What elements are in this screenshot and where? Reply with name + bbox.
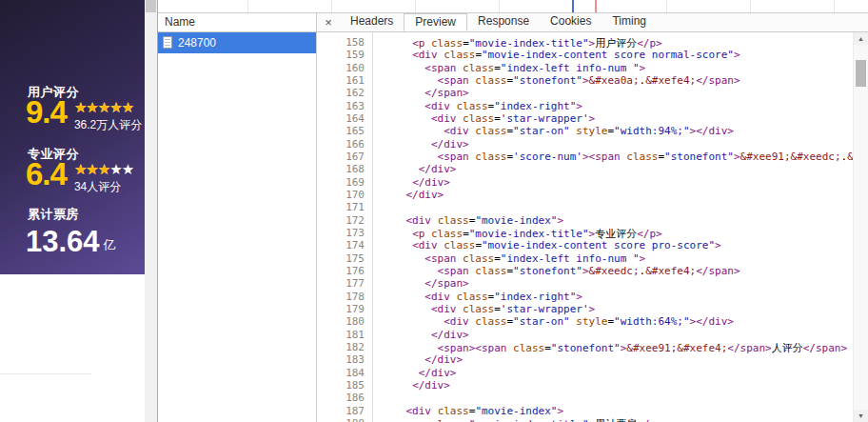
code-text: <p class="movie-index-title">专业评分</p> (373, 227, 662, 239)
code-text: <span class='score-num'><span class="sto… (373, 151, 854, 163)
code-text (373, 392, 381, 404)
code-line: 167 <span class='score-num'><span class=… (317, 151, 854, 163)
line-number: 165 (317, 125, 373, 137)
network-request-row[interactable]: 248700 (158, 32, 316, 53)
pro-rating-block: 6.4 ★★★★★ ★★★★★ 34人评分 (26, 158, 133, 195)
stars-filled: ★★★★★ (74, 162, 112, 176)
scroll-up-icon[interactable]: ▲ (854, 32, 868, 45)
code-lines: 158 <p class="movie-index-title">用户评分</p… (317, 36, 854, 422)
movie-rating-banner: 用户评分 9.4 ★★★★★ ★★★★★ 36.2万人评分 专业评分 6.4 ★… (0, 0, 145, 274)
code-line: 186 (317, 392, 854, 404)
code-text (373, 201, 381, 213)
code-scrollbar[interactable]: ▲ ▼ (853, 32, 868, 422)
code-line: 188 <p class="movie-index-title">累计票房</p… (317, 417, 854, 422)
code-text: </div> (373, 163, 457, 175)
code-text: </div> (373, 329, 469, 341)
code-line: 170 </div> (317, 189, 854, 201)
document-icon (163, 36, 172, 49)
user-rating-block: 9.4 ★★★★★ ★★★★★ 36.2万人评分 (26, 96, 142, 133)
code-line: 172 <div class="movie-index"> (317, 214, 854, 227)
code-line: 161 <span class="stonefont">&#xea0a;.&#x… (317, 74, 854, 87)
code-line: 171 (317, 201, 854, 213)
line-number: 179 (317, 303, 373, 315)
line-number: 169 (317, 176, 373, 189)
code-line: 181 </div> (317, 329, 854, 341)
overview-gridline (331, 0, 332, 12)
network-overview-strip[interactable] (158, 0, 868, 13)
scroll-down-icon[interactable]: ▼ (854, 410, 868, 422)
pro-rating-score: 6.4 (26, 158, 67, 190)
code-line: 187 <div class="movie-index"> (317, 405, 854, 417)
line-number: 185 (317, 379, 373, 392)
code-text: </div> (373, 367, 457, 379)
line-number: 171 (317, 201, 373, 213)
line-number: 178 (317, 291, 373, 303)
line-number: 163 (317, 100, 373, 112)
code-line: 166 </div> (317, 138, 854, 151)
detail-tabbar: × HeadersPreviewResponseCookiesTiming (317, 13, 868, 32)
overview-gridline (247, 0, 248, 12)
code-line: 168 </div> (317, 163, 854, 175)
line-number: 168 (317, 163, 373, 175)
code-text: <p class="movie-index-title">用户评分</p> (373, 36, 662, 49)
box-office-value-row: 13.64 亿 (26, 227, 116, 256)
code-text: <div class='star-wrapper'> (373, 112, 595, 125)
line-number: 181 (317, 329, 373, 341)
code-text: <p class="movie-index-title">累计票房</p> (373, 417, 662, 422)
screenshot-root: 用户评分 9.4 ★★★★★ ★★★★★ 36.2万人评分 专业评分 6.4 ★… (0, 0, 868, 422)
code-text: <div class="movie-index"> (373, 405, 563, 417)
line-number: 159 (317, 49, 373, 61)
tab-timing[interactable]: Timing (602, 13, 657, 31)
scrollbar-thumb[interactable] (856, 60, 866, 87)
code-text: <div class="movie-index-content score no… (373, 49, 740, 61)
line-number: 172 (317, 214, 373, 227)
tab-preview[interactable]: Preview (404, 13, 467, 31)
code-line: 162 </span> (317, 87, 854, 99)
code-text: <span class="stonefont">&#xea0a;.&#xefe4… (373, 74, 740, 87)
code-line: 173 <p class="movie-index-title">专业评分</p… (317, 227, 854, 239)
user-rating-score: 9.4 (26, 96, 67, 128)
code-text: </div> (373, 138, 469, 151)
code-line: 184 </div> (317, 367, 854, 379)
line-number: 166 (317, 138, 373, 151)
code-text: </div> (373, 379, 450, 392)
domcontentloaded-marker (572, 0, 574, 12)
code-text: </span> (373, 277, 469, 290)
tab-headers[interactable]: Headers (340, 13, 404, 31)
code-line: 176 <span class="stonefont">&#xeedc;.&#x… (317, 265, 854, 277)
page-scrollbar-thumb[interactable] (146, 0, 156, 12)
line-number: 186 (317, 392, 373, 404)
code-text: <div class='star-wrapper'> (373, 303, 595, 315)
code-text: <div class="index-right"> (373, 291, 582, 303)
line-number: 158 (317, 36, 373, 49)
line-number: 176 (317, 265, 373, 277)
tab-cookies[interactable]: Cookies (540, 13, 602, 31)
box-office-value: 13.64 (26, 227, 100, 256)
user-rating-stars: ★★★★★ ★★★★★ (74, 100, 142, 114)
code-text: <span class="stonefont">&#xeedc;.&#xefe4… (373, 265, 740, 277)
webpage-background: 用户评分 9.4 ★★★★★ ★★★★★ 36.2万人评分 专业评分 6.4 ★… (0, 0, 158, 422)
overview-gridline (750, 0, 751, 12)
overview-gridline (834, 0, 835, 12)
code-line: 174 <div class="movie-index-content scor… (317, 239, 854, 251)
line-number: 187 (317, 405, 373, 417)
code-text: </div> (373, 353, 463, 366)
code-text: <div class="index-right"> (373, 100, 582, 112)
code-line: 178 <div class="index-right"> (317, 291, 854, 303)
code-text: </div> (373, 189, 444, 201)
code-line: 180 <div class="star-on" style="width:64… (317, 315, 854, 328)
overview-gridline (499, 0, 500, 12)
page-scrollbar[interactable] (145, 0, 157, 422)
overview-gridline (666, 0, 667, 12)
code-line: 164 <div class='star-wrapper'> (317, 112, 854, 125)
tab-response[interactable]: Response (467, 13, 540, 31)
code-line: 183 </div> (317, 353, 854, 366)
code-text: <div class="movie-index-content score pr… (373, 239, 721, 251)
page-divider (0, 373, 91, 374)
line-number: 188 (317, 417, 373, 422)
code-line: 179 <div class='star-wrapper'> (317, 303, 854, 315)
close-icon[interactable]: × (317, 13, 340, 31)
network-name-column-header[interactable]: Name (158, 13, 316, 32)
line-number: 164 (317, 112, 373, 125)
code-text: <span class="index-left info-num "> (373, 252, 645, 265)
